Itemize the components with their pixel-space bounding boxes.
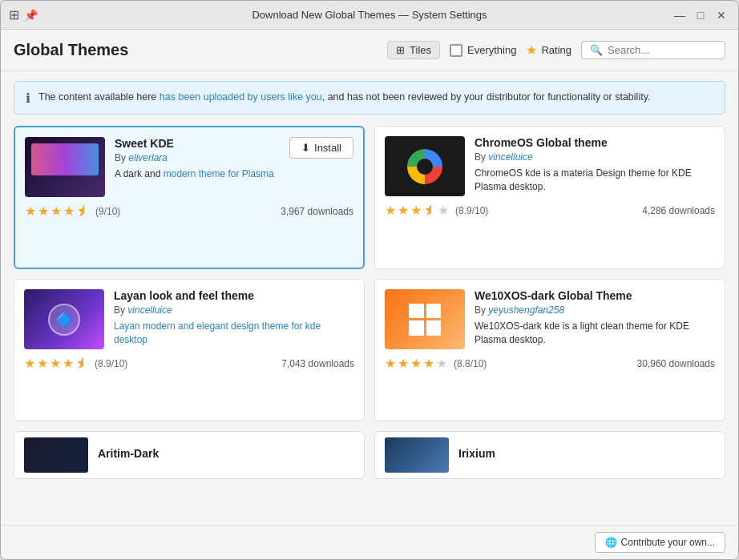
theme-card-bottom: ★ ★ ★ ★ ⯨ (8.9/10) 7,043 downloads (24, 356, 354, 371)
search-icon: 🔍 (590, 44, 603, 56)
theme-name: Sweet KDE (115, 137, 280, 150)
theme-card-top: ChromeOS Global theme By vincelluice Chr… (385, 136, 715, 196)
window-controls: — □ ✕ (671, 6, 730, 24)
author-name: vincelluice (127, 304, 172, 316)
search-input[interactable] (608, 44, 712, 56)
layan-logo: 🔷 (48, 304, 80, 336)
everything-checkbox[interactable] (450, 44, 462, 57)
author-name: yeyushengfan258 (488, 304, 564, 316)
theme-card-layan[interactable]: 🔷 Layan look and feel theme By vincellui… (14, 279, 365, 421)
banner-text: The content available here has been uplo… (38, 90, 650, 105)
theme-author: By eliverlara (115, 152, 280, 163)
theme-thumbnail-sweet-kde (25, 137, 105, 197)
contribute-label: Contribute your own... (621, 537, 715, 548)
close-button[interactable]: ✕ (713, 6, 730, 24)
theme-thumbnail-aritim (24, 437, 88, 473)
theme-card-bottom: ★ ★ ★ ★ ⯨ (9/10) 3,967 downloads (25, 203, 353, 219)
minimize-button[interactable]: — (671, 6, 689, 24)
google-logo (407, 149, 442, 184)
banner-link[interactable]: has been uploaded by users like you (160, 91, 322, 103)
download-count: 3,967 downloads (281, 206, 353, 217)
theme-thumbnail-irixium (385, 437, 449, 473)
install-button-sweet-kde[interactable]: ⬇ Install (289, 137, 353, 159)
tiles-toggle[interactable]: ⊞ Tiles (387, 41, 440, 59)
windows-logo (409, 304, 441, 336)
info-icon: ℹ (26, 91, 30, 106)
theme-author: By vincelluice (474, 151, 715, 163)
everything-label: Everything (467, 44, 516, 56)
theme-description: ChromeOS kde is a materia Design theme f… (474, 167, 715, 194)
author-name: vincelluice (488, 151, 532, 163)
page-title: Global Themes (14, 41, 128, 59)
theme-card-top: 🔷 Layan look and feel theme By vincellui… (24, 289, 354, 349)
contribute-button[interactable]: 🌐 Contribute your own... (595, 532, 725, 553)
app-icon: ⊞ (9, 7, 19, 22)
rating-label: Rating (541, 44, 571, 56)
toolbar: Global Themes ⊞ Tiles Everything ★ Ratin… (1, 30, 738, 71)
theme-thumbnail-we10xos (385, 289, 465, 349)
rating-value: (8.8/10) (454, 358, 487, 369)
pin-icon: 📌 (24, 9, 38, 22)
info-banner: ℹ The content available here has been up… (14, 81, 725, 115)
theme-info: Layan look and feel theme By vincelluice… (114, 289, 354, 347)
theme-card-bottom: ★ ★ ★ ⯨ ★ (8.9/10) 4,286 downloads (385, 203, 715, 218)
maximize-button[interactable]: □ (692, 6, 709, 24)
theme-thumbnail-layan: 🔷 (24, 289, 104, 349)
window-title: Download New Global Themes — System Sett… (252, 9, 487, 21)
theme-card-aritim[interactable]: Aritim-Dark (14, 431, 365, 479)
theme-name: Layan look and feel theme (114, 289, 354, 302)
theme-card-bottom: ★ ★ ★ ★ ★ (8.8/10) 30,960 downloads (385, 356, 715, 371)
everything-toggle[interactable]: Everything (450, 44, 516, 57)
theme-card-top: We10XOS-dark Global Theme By yeyushengfa… (385, 289, 715, 349)
content-area: ℹ The content available here has been up… (1, 71, 738, 525)
rating-toggle[interactable]: ★ Rating (526, 42, 571, 58)
theme-info: Sweet KDE By eliverlara A dark and moder… (115, 137, 280, 181)
star-rating: ★ ★ ★ ★ ⯨ (24, 356, 88, 371)
rating-value: (8.9/10) (455, 205, 488, 216)
theme-card-sweet-kde[interactable]: Sweet KDE By eliverlara A dark and moder… (14, 126, 365, 269)
main-window: ⊞ 📌 Download New Global Themes — System … (0, 0, 739, 560)
theme-thumbnail-chromeos (385, 136, 465, 196)
titlebar: ⊞ 📌 Download New Global Themes — System … (1, 1, 738, 30)
theme-name: Irixium (458, 447, 495, 460)
author-name: eliverlara (128, 152, 168, 163)
tiles-label: Tiles (410, 44, 431, 56)
theme-author: By vincelluice (114, 304, 354, 316)
theme-name: We10XOS-dark Global Theme (474, 289, 715, 302)
theme-description: Layan modern and elegant design theme fo… (114, 320, 354, 347)
download-count: 30,960 downloads (637, 358, 715, 369)
rating-star-icon: ★ (526, 42, 537, 58)
footer: 🌐 Contribute your own... (1, 525, 738, 559)
rating-value: (8.9/10) (95, 358, 127, 369)
theme-card-top: Sweet KDE By eliverlara A dark and moder… (25, 137, 353, 197)
download-count: 7,043 downloads (281, 358, 354, 369)
theme-info: We10XOS-dark Global Theme By yeyushengfa… (474, 289, 715, 347)
theme-info: ChromeOS Global theme By vincelluice Chr… (474, 136, 715, 194)
theme-description: A dark and modern theme for Plasma (115, 167, 280, 181)
download-icon: ⬇ (301, 142, 310, 154)
theme-name: Aritim-Dark (98, 447, 159, 460)
install-label: Install (314, 142, 341, 154)
theme-card-we10xos[interactable]: We10XOS-dark Global Theme By yeyushengfa… (374, 279, 725, 421)
theme-card-chromeos[interactable]: ChromeOS Global theme By vincelluice Chr… (374, 126, 725, 269)
theme-description: We10XOS-dark kde is a light clean theme … (474, 320, 715, 347)
theme-card-irixium[interactable]: Irixium (374, 431, 725, 479)
download-count: 4,286 downloads (642, 205, 715, 216)
search-box[interactable]: 🔍 (581, 41, 725, 59)
contribute-icon: 🌐 (605, 537, 617, 548)
tiles-icon: ⊞ (396, 44, 405, 56)
theme-name: ChromeOS Global theme (474, 136, 715, 149)
theme-author: By yeyushengfan258 (474, 304, 715, 316)
rating-value: (9/10) (95, 206, 120, 217)
star-rating: ★ ★ ★ ★ ⯨ (25, 203, 89, 219)
star-rating: ★ ★ ★ ★ ★ (385, 356, 447, 371)
themes-grid: Sweet KDE By eliverlara A dark and moder… (14, 126, 725, 525)
star-rating: ★ ★ ★ ⯨ ★ (385, 203, 449, 218)
